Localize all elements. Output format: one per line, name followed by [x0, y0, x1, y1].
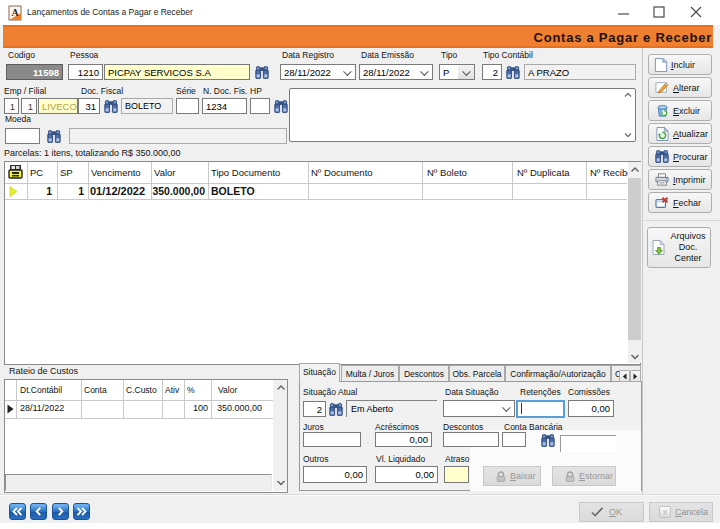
svg-text:A: A: [11, 7, 19, 18]
